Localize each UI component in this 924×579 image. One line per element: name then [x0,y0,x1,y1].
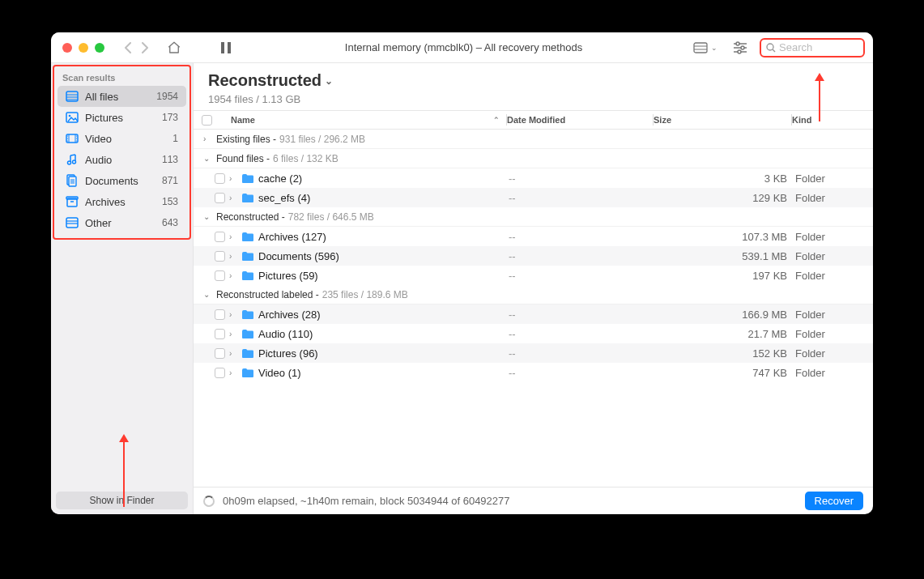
svg-point-27 [76,140,77,141]
sidebar-item-video[interactable]: Video1 [57,128,186,149]
table-row[interactable]: ›Video (1)--747 KBFolder [194,363,873,382]
sidebar-item-documents[interactable]: Documents871 [57,170,186,191]
row-checkbox[interactable] [215,193,225,203]
svg-point-25 [76,135,77,136]
column-header-size[interactable]: Size [654,115,791,125]
row-checkbox[interactable] [215,232,225,242]
table-row[interactable]: ›Archives (28)--166.9 MBFolder [194,304,873,324]
minimize-window-button[interactable] [79,43,88,53]
expand-icon[interactable]: › [229,310,241,319]
column-header-date[interactable]: Date Modified [507,115,653,125]
group-header[interactable]: ›Existing files - 931 files / 296.2 MB [194,130,873,149]
row-name: Archives (127) [258,231,509,243]
group-meta: 235 files / 189.6 MB [322,289,408,300]
sidebar-item-archives[interactable]: Archives153 [57,191,186,212]
all-icon [66,90,79,103]
row-kind: Folder [792,270,873,282]
chevron-down-icon: ⌄ [325,75,333,87]
sidebar-item-label: Audio [85,154,147,166]
row-date: -- [509,309,654,321]
row-checkbox[interactable] [215,173,225,184]
expand-icon[interactable]: › [229,349,241,358]
sidebar-item-other[interactable]: Other643 [57,212,186,233]
row-kind: Folder [792,172,873,185]
row-size: 129 KB [654,192,792,204]
search-box[interactable]: Search [760,38,865,57]
expand-icon[interactable]: › [229,174,241,183]
expand-icon[interactable]: › [229,368,241,377]
group-header[interactable]: ⌄Reconstructed - 782 files / 646.5 MB [194,207,873,227]
home-button[interactable] [163,38,185,57]
row-checkbox[interactable] [215,251,225,262]
search-placeholder: Search [779,41,812,53]
table-row[interactable]: ›Archives (127)--107.3 MBFolder [194,227,873,246]
svg-point-23 [67,138,68,138]
traffic-lights [62,43,104,53]
fullscreen-window-button[interactable] [95,43,104,53]
table-row[interactable]: ›Pictures (59)--197 KBFolder [194,266,873,285]
svg-point-18 [69,115,71,117]
svg-point-29 [73,160,76,164]
table-row[interactable]: ›Documents (596)--539.1 MBFolder [194,246,873,266]
folder-icon [241,173,255,184]
row-checkbox[interactable] [215,368,225,378]
sliders-icon [733,41,747,54]
column-header-name[interactable]: Name ⌃ [221,115,506,125]
row-checkbox[interactable] [215,270,225,281]
sidebar-item-label: Other [85,217,147,229]
row-checkbox[interactable] [215,348,225,359]
row-kind: Folder [792,250,873,262]
disclosure-icon: › [203,134,213,143]
folder-icon [241,251,255,262]
sidebar-item-all-files[interactable]: All files1954 [57,86,186,107]
row-name: Video (1) [258,367,509,379]
back-button[interactable] [119,40,135,56]
row-checkbox[interactable] [215,309,225,320]
expand-icon[interactable]: › [229,194,241,202]
table-row[interactable]: ›sec_efs (4)--129 KBFolder [194,188,873,207]
expand-icon[interactable]: › [229,271,241,280]
sidebar-header: Scan results [54,66,189,86]
table-row[interactable]: ›cache (2)--3 KBFolder [194,168,873,188]
row-name: Archives (28) [258,309,509,321]
group-header[interactable]: ⌄Reconstructed labeled - 235 files / 189… [194,285,873,304]
row-name: Audio (110) [258,328,509,340]
sidebar-item-count: 871 [154,175,178,186]
row-date: -- [509,231,654,243]
sidebar-item-label: Archives [85,196,147,208]
close-window-button[interactable] [62,43,72,53]
sidebar-item-count: 1 [154,133,178,144]
sidebar-item-pictures[interactable]: Pictures173 [57,107,186,128]
sidebar-item-label: Video [85,133,147,145]
forward-button[interactable] [137,40,153,56]
list-view-icon [693,42,708,53]
sidebar-item-audio[interactable]: Audio113 [57,149,186,170]
svg-rect-1 [228,42,231,53]
folder-icon [241,309,255,320]
table-row[interactable]: ›Audio (110)--21.7 MBFolder [194,324,873,343]
sidebar-highlight-box: Scan results All files1954Pictures173Vid… [53,65,191,240]
row-checkbox[interactable] [215,329,225,339]
row-kind: Folder [792,367,873,379]
group-meta: 931 files / 296.2 MB [279,134,365,145]
chevron-down-icon: ⌄ [711,44,717,52]
expand-icon[interactable]: › [229,232,241,241]
select-all-checkbox[interactable] [202,115,212,126]
group-header[interactable]: ⌄Found files - 6 files / 132 KB [194,149,873,168]
file-list[interactable]: ›Existing files - 931 files / 296.2 MB⌄F… [194,130,873,487]
row-kind: Folder [792,309,873,321]
pause-button[interactable] [215,38,237,57]
recover-button[interactable]: Recover [805,492,863,510]
archives-icon [66,195,79,208]
main-title-dropdown[interactable]: Reconstructed ⌄ [208,71,858,90]
view-mode-button[interactable]: ⌄ [690,40,721,55]
folder-icon [241,368,255,378]
expand-icon[interactable]: › [229,330,241,338]
expand-icon[interactable]: › [229,252,241,261]
svg-point-8 [741,46,744,49]
page-title: Reconstructed [208,71,321,90]
video-icon [66,132,79,145]
settings-sliders-button[interactable] [729,38,752,57]
column-header-kind[interactable]: Kind [792,115,873,125]
table-row[interactable]: ›Pictures (96)--152 KBFolder [194,343,873,363]
